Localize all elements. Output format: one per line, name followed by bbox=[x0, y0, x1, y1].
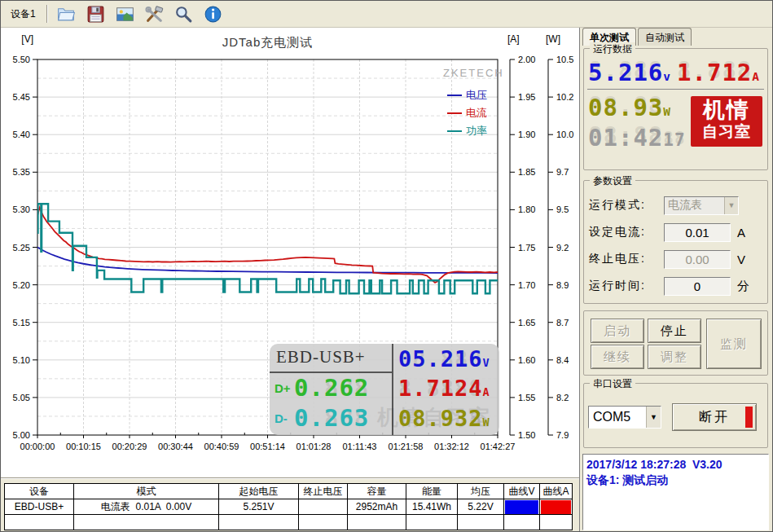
curve-a-color-swatch[interactable] bbox=[541, 500, 571, 514]
table-row: EBD-USB+ 电流表 0.01A 0.00V 5.251V 2952mAh … bbox=[5, 499, 573, 515]
device-tab[interactable]: 设备1 bbox=[7, 6, 39, 23]
svg-text:8.2: 8.2 bbox=[556, 393, 569, 402]
cutoff-voltage-input[interactable]: 0.00 bbox=[664, 250, 731, 269]
parameter-group: 参数设置 运行模式: 电流表 ▼ 设定电流: 0.01 A 终止电压: 0.00 bbox=[583, 180, 768, 304]
continue-button[interactable]: 继续 bbox=[591, 345, 644, 369]
overlay-power: 88.88808.932W bbox=[398, 407, 490, 429]
dminus-label: D- bbox=[275, 411, 294, 425]
live-current: 8.8881.712A bbox=[677, 59, 760, 86]
svg-text:00:30:44: 00:30:44 bbox=[158, 442, 193, 451]
cutoff-voltage-unit: V bbox=[737, 253, 745, 266]
log-line-2: 设备1: 测试启动 bbox=[586, 473, 668, 486]
svg-text:5.50: 5.50 bbox=[13, 55, 30, 64]
chart-legend: 电压电流功率 bbox=[447, 86, 487, 140]
chevron-down-icon: ▼ bbox=[646, 407, 661, 428]
toolbar-separator bbox=[46, 5, 48, 23]
svg-text:01:32:12: 01:32:12 bbox=[434, 442, 469, 451]
svg-text:5.30: 5.30 bbox=[13, 204, 30, 214]
cell-device: EBD-USB+ bbox=[5, 499, 74, 515]
legend-line-icon bbox=[447, 112, 462, 114]
curve-v-color-swatch[interactable] bbox=[505, 500, 538, 514]
stop-button[interactable]: 停止 bbox=[648, 319, 701, 343]
connection-status-indicator bbox=[745, 407, 753, 428]
run-mode-select[interactable]: 电流表 ▼ bbox=[664, 196, 739, 215]
svg-text:00:10:15: 00:10:15 bbox=[66, 442, 101, 451]
run-time-input[interactable]: 0 bbox=[664, 277, 731, 296]
dplus-value: 8.8880.262 bbox=[294, 376, 369, 400]
brand-watermark: ZKETECH bbox=[443, 67, 504, 79]
svg-text:1.55: 1.55 bbox=[518, 393, 535, 402]
start-button[interactable]: 启动 bbox=[591, 319, 644, 343]
svg-text:9.7: 9.7 bbox=[556, 167, 569, 177]
results-table: 设备 模式 起始电压 终止电压 容量 能量 均压 曲线V 曲线A EBD-USB… bbox=[4, 483, 573, 530]
run-data-title: 运行数据 bbox=[590, 42, 635, 56]
svg-text:1.75: 1.75 bbox=[518, 243, 535, 253]
cell-curve-v-swatch[interactable] bbox=[504, 499, 540, 515]
svg-text:5.40: 5.40 bbox=[13, 130, 30, 139]
com-port-select[interactable]: COM5 ▼ bbox=[588, 406, 661, 429]
overlay-device-name: EBD-USB+ bbox=[270, 344, 392, 373]
svg-text:1.70: 1.70 bbox=[518, 280, 535, 290]
col-capacity: 容量 bbox=[348, 484, 406, 499]
open-file-icon[interactable] bbox=[55, 3, 77, 25]
run-mode-label: 运行模式: bbox=[589, 198, 664, 213]
export-image-icon[interactable] bbox=[114, 3, 136, 25]
table-empty-row bbox=[5, 515, 573, 530]
svg-text:5.35: 5.35 bbox=[13, 167, 30, 177]
svg-text:9.5: 9.5 bbox=[556, 204, 569, 214]
save-icon[interactable] bbox=[85, 3, 107, 25]
axis-unit-current: [A] bbox=[507, 33, 534, 45]
cell-start-voltage: 5.251V bbox=[219, 499, 299, 515]
live-voltage: 8.8885.216v bbox=[588, 59, 671, 86]
settings-tools-icon[interactable] bbox=[143, 3, 165, 25]
control-panel: 单次测试 自动测试 运行数据 8.8885.216v 8.8881.712A 8… bbox=[579, 28, 773, 532]
run-time-unit: 分 bbox=[737, 279, 749, 294]
axis-unit-voltage: [V] bbox=[2, 33, 33, 45]
run-time-label: 运行时间: bbox=[589, 279, 664, 293]
col-end-voltage: 终止电压 bbox=[299, 484, 348, 499]
svg-text:9.2: 9.2 bbox=[556, 243, 569, 253]
svg-text:10.5: 10.5 bbox=[556, 55, 573, 64]
chart-title: JDTab充电测试 bbox=[37, 35, 498, 51]
run-data-group: 运行数据 8.8885.216v 8.8881.712A 88.8808.93W… bbox=[583, 48, 768, 170]
col-mode: 模式 bbox=[74, 484, 219, 499]
cutoff-voltage-label: 终止电压: bbox=[589, 252, 664, 266]
adjust-button[interactable]: 调整 bbox=[648, 345, 701, 369]
set-current-input[interactable]: 0.01 bbox=[664, 223, 731, 242]
svg-text:5.15: 5.15 bbox=[13, 318, 30, 328]
col-curve-v: 曲线V bbox=[504, 484, 540, 499]
brand-badge: 机情 自习室 bbox=[691, 96, 762, 147]
svg-text:5.10: 5.10 bbox=[13, 355, 30, 365]
log-line-1: 2017/3/12 18:27:28 V3.20 bbox=[586, 458, 722, 471]
table-header-row: 设备 模式 起始电压 终止电压 容量 能量 均压 曲线V 曲线A bbox=[5, 484, 573, 499]
action-buttons-group: 启动 停止 继续 调整 监测 bbox=[583, 310, 768, 376]
svg-text:5.00: 5.00 bbox=[13, 430, 30, 440]
zoom-icon[interactable] bbox=[173, 3, 195, 25]
svg-text:1.65: 1.65 bbox=[518, 318, 535, 328]
cell-curve-a-swatch[interactable] bbox=[540, 499, 573, 515]
dplus-label: D+ bbox=[275, 381, 294, 395]
svg-text:1.90: 1.90 bbox=[518, 130, 535, 139]
elapsed-time: 88:8801:42 bbox=[588, 124, 663, 152]
elapsed-seconds: 8817 bbox=[663, 130, 685, 150]
serial-group-title: 串口设置 bbox=[590, 377, 635, 391]
disconnect-button[interactable]: 断开 bbox=[672, 403, 757, 431]
serial-group: 串口设置 COM5 ▼ 断开 bbox=[583, 383, 768, 448]
svg-text:01:11:43: 01:11:43 bbox=[342, 442, 376, 451]
axis-unit-power: [W] bbox=[546, 33, 572, 45]
svg-text:1.60: 1.60 bbox=[518, 355, 535, 365]
monitor-button[interactable]: 监测 bbox=[706, 319, 762, 369]
tab-auto-test[interactable]: 自动测试 bbox=[638, 28, 692, 46]
chevron-down-icon: ▼ bbox=[724, 197, 738, 214]
dminus-value: 8.8880.263 bbox=[294, 407, 369, 430]
col-avg-voltage: 均压 bbox=[458, 484, 504, 499]
overlay-current: 8.88881.7124A bbox=[398, 377, 490, 399]
cell-mode: 电流表 0.01A 0.00V bbox=[74, 499, 219, 515]
cell-energy: 15.41Wh bbox=[406, 499, 458, 515]
svg-text:5.05: 5.05 bbox=[13, 393, 30, 402]
info-icon[interactable] bbox=[202, 3, 224, 25]
col-curve-a: 曲线A bbox=[540, 484, 573, 499]
parameter-group-title: 参数设置 bbox=[590, 174, 635, 188]
legend-line-icon bbox=[447, 130, 462, 132]
svg-text:1.85: 1.85 bbox=[518, 167, 535, 177]
